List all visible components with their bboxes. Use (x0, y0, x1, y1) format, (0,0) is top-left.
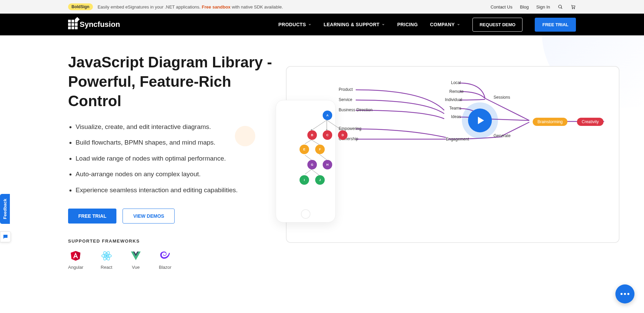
feature-item: Experience seamless interaction and edit… (76, 186, 272, 195)
announcement-before: Easily embed eSignatures in your .NET ap… (98, 4, 202, 10)
hero-illustration: A B C D E F G H I J (272, 52, 644, 270)
tree-node: G (307, 160, 317, 169)
svg-line-13 (305, 154, 311, 160)
mm-label: Local (451, 80, 461, 85)
nav-products[interactable]: PRODUCTS (278, 22, 311, 27)
brand-name: Syncfusion (80, 20, 120, 29)
framework-label: Blazor (159, 265, 172, 270)
react-icon (100, 250, 113, 262)
svg-point-2 (572, 8, 573, 9)
mm-label: Ideas (451, 114, 461, 119)
nav-products-label: PRODUCTS (278, 22, 306, 27)
framework-vue[interactable]: Vue (130, 250, 142, 270)
feature-item: Auto-arrange nodes on any complex layout… (76, 170, 272, 179)
nav-learning[interactable]: LEARNING & SUPPORT (324, 22, 385, 27)
cart-icon[interactable] (570, 4, 576, 10)
frameworks-heading: SUPPORTED FRAMEWORKS (68, 238, 272, 244)
tree-node: I (300, 175, 309, 185)
nav-company[interactable]: COMPANY (430, 22, 460, 27)
announcement-text: Easily embed eSignatures in your .NET ap… (98, 4, 283, 10)
frameworks-list: Angular React Vue Blazor (68, 250, 272, 270)
svg-line-16 (311, 169, 319, 175)
contact-link[interactable]: Contact Us (490, 4, 512, 10)
tree-node: J (315, 175, 325, 185)
svg-line-10 (327, 120, 342, 130)
hero-cta-group: FREE TRIAL VIEW DEMOS (68, 209, 272, 224)
tree-node: A (323, 111, 332, 120)
brand-logo[interactable]: Syncfusion (68, 20, 120, 29)
tree-node: F (315, 145, 325, 154)
mm-label: Remote (449, 89, 464, 94)
vue-icon (130, 250, 142, 262)
play-button[interactable] (468, 109, 492, 132)
feature-item: Build flowcharts, BPMN shapes, and mind … (76, 138, 272, 147)
play-icon (478, 117, 484, 124)
nav-links: PRODUCTS LEARNING & SUPPORT PRICING COMP… (278, 18, 576, 32)
angular-icon (69, 250, 82, 262)
feature-item: Visualize, create, and edit interactive … (76, 122, 272, 132)
hero-free-trial-button[interactable]: FREE TRIAL (68, 209, 116, 224)
request-demo-button[interactable]: REQUEST DEMO (472, 18, 522, 32)
svg-line-1 (561, 7, 562, 9)
mm-label: Engagement (446, 137, 469, 142)
hero-content: JavaScript Diagram Library - Powerful, F… (68, 52, 272, 270)
mm-label: Service (339, 97, 352, 102)
boldsign-badge[interactable]: BoldSign (68, 3, 93, 10)
logo-grid-icon (68, 20, 78, 29)
svg-point-3 (574, 8, 575, 9)
tree-node: D (338, 130, 348, 140)
phone-home-button (301, 209, 310, 219)
framework-label: React (101, 265, 112, 270)
svg-line-11 (305, 140, 311, 145)
nav-free-trial-button[interactable]: FREE TRIAL (535, 18, 576, 32)
mm-label: Generate (494, 133, 511, 138)
signin-link[interactable]: Sign In (536, 4, 550, 10)
chevron-down-icon (457, 23, 460, 26)
tree-node: C (323, 130, 332, 140)
announcement-after: with native SDK available. (230, 4, 283, 10)
svg-point-0 (558, 5, 561, 8)
phone-frame: A B C D E F G H I J (276, 100, 336, 223)
mm-pill-brainstorming: Brainstorming (533, 118, 567, 126)
mindmap-diagram: Product Service Business Direction Empow… (339, 80, 604, 168)
page-title: JavaScript Diagram Library - Powerful, F… (68, 52, 272, 111)
topbar-right: Contact Us Blog Sign In (490, 4, 576, 10)
feedback-chat-icon[interactable] (0, 231, 11, 242)
chevron-down-icon (308, 23, 311, 26)
search-icon[interactable] (558, 4, 563, 10)
framework-react[interactable]: React (100, 250, 113, 270)
blazor-icon (159, 250, 171, 262)
main-nav: Syncfusion PRODUCTS LEARNING & SUPPORT P… (0, 14, 644, 35)
nav-pricing[interactable]: PRICING (397, 22, 418, 27)
announcement-bar: BoldSign Easily embed eSignatures in you… (0, 0, 644, 14)
tree-node: E (300, 145, 309, 154)
svg-line-12 (311, 140, 319, 145)
svg-line-15 (305, 169, 311, 175)
framework-angular[interactable]: Angular (68, 250, 83, 270)
mm-label: Individual (445, 97, 462, 102)
tree-node: B (307, 130, 317, 140)
announcement-highlight[interactable]: Free sandbox (202, 4, 231, 10)
svg-point-4 (106, 255, 108, 257)
framework-label: Vue (132, 265, 140, 270)
svg-line-8 (311, 120, 327, 130)
view-demos-button[interactable]: VIEW DEMOS (123, 209, 175, 224)
blog-link[interactable]: Blog (520, 4, 529, 10)
nav-company-label: COMPANY (430, 22, 455, 27)
mm-label: Sessions (494, 95, 510, 100)
chevron-down-icon (382, 23, 385, 26)
framework-blazor[interactable]: Blazor (159, 250, 172, 270)
tree-connectors (305, 111, 349, 189)
mm-label: Teams (449, 106, 461, 111)
nav-learning-label: LEARNING & SUPPORT (324, 22, 380, 27)
feedback-tab[interactable]: Feedback (0, 194, 10, 224)
feature-list: Visualize, create, and edit interactive … (68, 122, 272, 195)
framework-label: Angular (68, 265, 83, 270)
mm-label: Product (339, 87, 353, 92)
mm-pill-creativity: Creativity (577, 118, 603, 126)
hero-section: JavaScript Diagram Library - Powerful, F… (0, 35, 644, 283)
tree-node: H (323, 160, 332, 169)
svg-line-14 (319, 154, 327, 160)
feature-item: Load wide range of nodes with optimal pe… (76, 154, 272, 163)
